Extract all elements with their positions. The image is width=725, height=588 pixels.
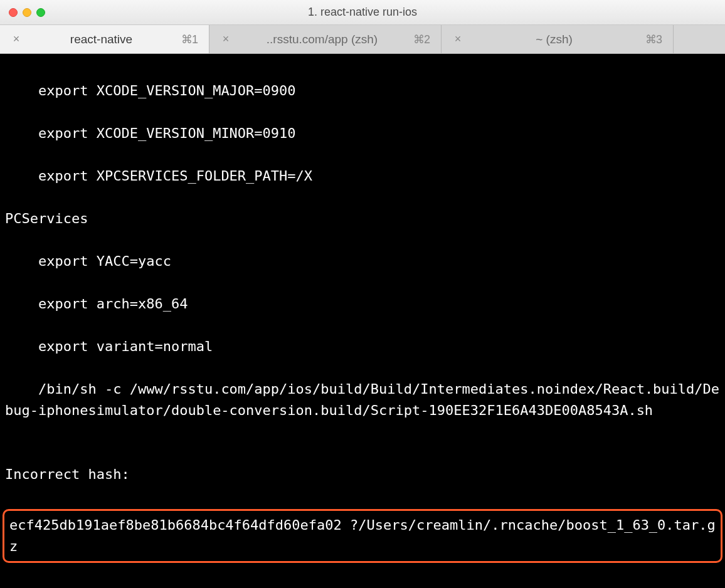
maximize-window-button[interactable] xyxy=(36,8,45,17)
highlighted-hash-error: ecf425db191aef8be81b6684bc4f64dfd60efa02… xyxy=(3,509,722,563)
terminal-line: export YACC=yacc xyxy=(5,251,720,272)
tab-react-native[interactable]: × react-native ⌘1 xyxy=(0,25,209,53)
terminal-line: export variant=normal xyxy=(5,336,720,357)
window-title: 1. react-native run-ios xyxy=(0,6,725,19)
tab-shortcut: ⌘2 xyxy=(413,33,430,46)
terminal-line: /bin/sh -c /www/rsstu.com/app/ios/build/… xyxy=(5,379,720,421)
terminal-line: export XPCSERVICES_FOLDER_PATH=/X xyxy=(5,165,720,187)
terminal-line: Incorrect hash: xyxy=(5,464,720,485)
tab-label: react-native xyxy=(29,33,174,46)
tab-shortcut: ⌘3 xyxy=(645,33,662,46)
tab-home-zsh[interactable]: × ~ (zsh) ⌘3 xyxy=(442,25,674,53)
close-icon[interactable]: × xyxy=(11,33,21,46)
close-icon[interactable]: × xyxy=(453,33,463,46)
tab-label: ~ (zsh) xyxy=(470,33,638,46)
terminal-line: export XCODE_VERSION_MINOR=0910 xyxy=(5,123,720,144)
traffic-lights xyxy=(0,8,45,17)
close-window-button[interactable] xyxy=(9,8,18,17)
terminal-line: ecf425db191aef8be81b6684bc4f64dfd60efa02… xyxy=(9,517,716,554)
terminal-line: export XCODE_VERSION_MAJOR=0900 xyxy=(5,80,720,102)
window-titlebar: 1. react-native run-ios xyxy=(0,0,725,25)
terminal-line: export arch=x86_64 xyxy=(5,293,720,315)
terminal-line: PCServices xyxy=(5,208,720,229)
close-icon[interactable]: × xyxy=(221,33,231,46)
minimize-window-button[interactable] xyxy=(23,8,31,17)
terminal-output[interactable]: export XCODE_VERSION_MAJOR=0900 export X… xyxy=(0,54,725,588)
tab-shortcut: ⌘1 xyxy=(181,33,198,46)
tab-rsstu-app[interactable]: × ..rsstu.com/app (zsh) ⌘2 xyxy=(209,25,442,53)
tab-label: ..rsstu.com/app (zsh) xyxy=(238,33,406,46)
tabs-bar: × react-native ⌘1 × ..rsstu.com/app (zsh… xyxy=(0,25,725,54)
